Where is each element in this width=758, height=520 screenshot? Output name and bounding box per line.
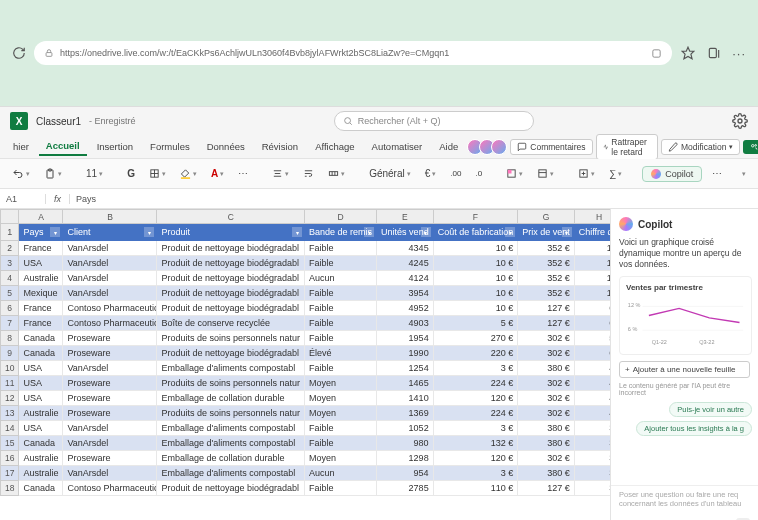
row-number[interactable]: 5 — [1, 286, 19, 301]
cell[interactable]: Mexique — [19, 286, 63, 301]
row-number[interactable]: 15 — [1, 436, 19, 451]
currency-button[interactable]: €▾ — [421, 166, 441, 181]
filter-dropdown-icon[interactable]: ▾ — [505, 227, 515, 237]
cell[interactable]: 59 — [574, 331, 610, 346]
cell[interactable]: 3 € — [433, 361, 518, 376]
cell[interactable]: Contoso Pharmaceuticals — [63, 481, 157, 496]
cell[interactable]: Australie — [19, 271, 63, 286]
cell[interactable]: Moyen — [305, 376, 377, 391]
table-row[interactable]: 3USAVanArsdelProduit de nettoyage biodég… — [1, 256, 611, 271]
more-font[interactable]: ⋯ — [234, 166, 252, 181]
cell[interactable]: 1410 — [377, 391, 434, 406]
cell[interactable]: 302 € — [518, 451, 575, 466]
cell[interactable]: Proseware — [63, 451, 157, 466]
align-middle-button[interactable]: ▾ — [268, 166, 293, 181]
column-letter[interactable]: F — [433, 210, 518, 224]
cell[interactable]: USA — [19, 361, 63, 376]
row-number[interactable]: 8 — [1, 331, 19, 346]
table-style-button[interactable]: ▾ — [533, 166, 558, 181]
cell[interactable]: Élevé — [305, 346, 377, 361]
name-box[interactable]: A1 — [0, 194, 46, 204]
cell[interactable]: 954 — [377, 466, 434, 481]
cell[interactable]: Moyen — [305, 406, 377, 421]
cell[interactable]: 110 € — [433, 481, 518, 496]
cell[interactable]: 36 — [574, 466, 610, 481]
cell[interactable]: 35 — [574, 481, 610, 496]
cell[interactable]: 1954 — [377, 331, 434, 346]
cell[interactable]: 352 € — [518, 256, 575, 271]
row-number[interactable]: 1 — [1, 224, 19, 241]
merge-button[interactable]: ▾ — [324, 166, 349, 181]
refresh-icon[interactable] — [12, 46, 26, 60]
cell[interactable]: 980 — [377, 436, 434, 451]
filter-dropdown-icon[interactable]: ▾ — [562, 227, 572, 237]
suggestion-pill[interactable]: Puis-je voir un autre — [669, 402, 752, 417]
cell[interactable]: 37 — [574, 436, 610, 451]
cell[interactable]: Faible — [305, 481, 377, 496]
table-row[interactable]: 6FranceContoso PharmaceuticalsProduit de… — [1, 301, 611, 316]
cell[interactable]: Proseware — [63, 391, 157, 406]
cell[interactable]: 39 — [574, 451, 610, 466]
column-letter[interactable]: A — [19, 210, 63, 224]
cell[interactable]: 41 — [574, 406, 610, 421]
cell[interactable]: France — [19, 316, 63, 331]
table-row[interactable]: 9CanadaProsewareProduit de nettoyage bio… — [1, 346, 611, 361]
page-info-icon[interactable] — [651, 48, 662, 59]
cell[interactable]: VanArsdel — [63, 361, 157, 376]
catchup-button[interactable]: Rattraper le retard — [596, 134, 658, 160]
cell[interactable]: Produit de nettoyage biodégradabl — [157, 301, 305, 316]
share-button[interactable] — [743, 140, 758, 154]
cell[interactable]: 1,4 — [574, 256, 610, 271]
cell[interactable]: 39 — [574, 421, 610, 436]
cell[interactable]: 1,4 — [574, 271, 610, 286]
cell[interactable]: 2785 — [377, 481, 434, 496]
table-row[interactable]: 5MexiqueVanArsdelProduit de nettoyage bi… — [1, 286, 611, 301]
undo-button[interactable]: ▾ — [8, 166, 34, 182]
copilot-button[interactable]: Copilot — [642, 166, 702, 182]
cell[interactable]: 1465 — [377, 376, 434, 391]
cell[interactable]: 224 € — [433, 376, 518, 391]
cell[interactable]: VanArsdel — [63, 466, 157, 481]
more-icon[interactable]: ··· — [732, 46, 746, 61]
suggestion-pill[interactable]: Ajouter tous les insights à la g — [636, 421, 752, 436]
cell[interactable]: VanArsdel — [63, 421, 157, 436]
cell[interactable]: Produit de nettoyage biodégradabl — [157, 271, 305, 286]
table-row[interactable]: 12USAProsewareEmballage de collation dur… — [1, 391, 611, 406]
fill-color-button[interactable]: ▾ — [176, 166, 201, 181]
cell[interactable]: Faible — [305, 331, 377, 346]
formula-bar[interactable]: Pays — [70, 194, 102, 204]
column-letter[interactable]: C — [157, 210, 305, 224]
table-row[interactable]: 7FranceContoso PharmaceuticalsBoîte de c… — [1, 316, 611, 331]
cell[interactable]: Contoso Pharmaceuticals — [63, 301, 157, 316]
cell[interactable]: 60 — [574, 346, 610, 361]
cell[interactable]: Emballage de collation durable — [157, 391, 305, 406]
column-letter[interactable]: D — [305, 210, 377, 224]
table-row[interactable]: 18CanadaContoso PharmaceuticalsProduit d… — [1, 481, 611, 496]
ribbon-tab-formules[interactable]: Formules — [143, 138, 197, 155]
autosum-button[interactable]: ∑▾ — [605, 166, 626, 181]
column-header[interactable]: Client▾ — [63, 224, 157, 241]
copilot-input[interactable]: Poser une question ou faire une req conc… — [619, 490, 750, 514]
font-size[interactable]: 11▾ — [82, 166, 107, 181]
column-letter[interactable] — [1, 210, 19, 224]
wrap-text-button[interactable] — [299, 166, 318, 181]
cell[interactable]: Emballage d'aliments compostabl — [157, 421, 305, 436]
cell[interactable]: 4952 — [377, 301, 434, 316]
comments-button[interactable]: Commentaires — [510, 139, 592, 155]
cell[interactable]: Emballage d'aliments compostabl — [157, 436, 305, 451]
cell[interactable]: 352 € — [518, 286, 575, 301]
cell[interactable]: Moyen — [305, 391, 377, 406]
cell[interactable]: USA — [19, 256, 63, 271]
bold-button[interactable]: G — [123, 166, 139, 181]
cell[interactable]: Contoso Pharmaceuticals — [63, 316, 157, 331]
row-number[interactable]: 12 — [1, 391, 19, 406]
cell[interactable]: 10 € — [433, 256, 518, 271]
cell[interactable]: 4245 — [377, 256, 434, 271]
presence-avatars[interactable] — [471, 139, 507, 155]
cell[interactable]: 1369 — [377, 406, 434, 421]
fx-icon[interactable]: fx — [46, 194, 70, 204]
cell[interactable]: 5 € — [433, 316, 518, 331]
cell[interactable]: Produits de soins personnels natur — [157, 376, 305, 391]
cell[interactable]: Faible — [305, 436, 377, 451]
row-number[interactable]: 7 — [1, 316, 19, 331]
